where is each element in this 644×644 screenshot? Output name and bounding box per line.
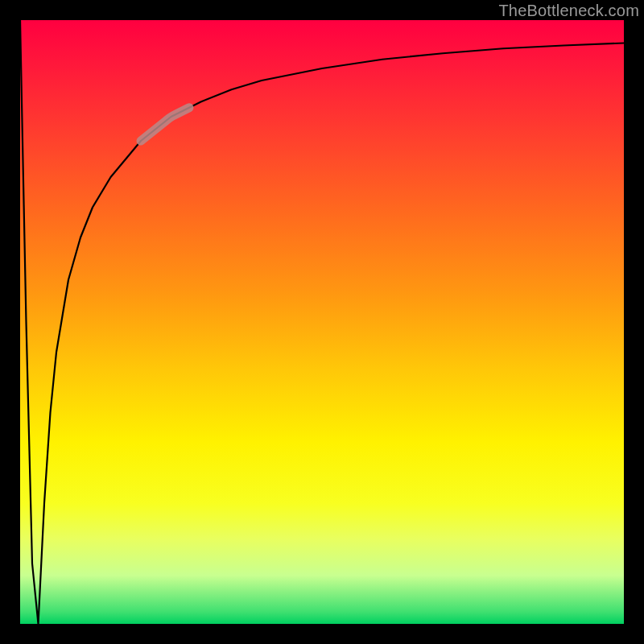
watermark-text: TheBottleneck.com [498,2,639,20]
chart-frame: TheBottleneck.com [0,0,644,644]
bottleneck-curve-path [20,20,624,624]
bottleneck-curve-svg [20,20,624,624]
bottleneck-curve-highlight [141,108,189,141]
